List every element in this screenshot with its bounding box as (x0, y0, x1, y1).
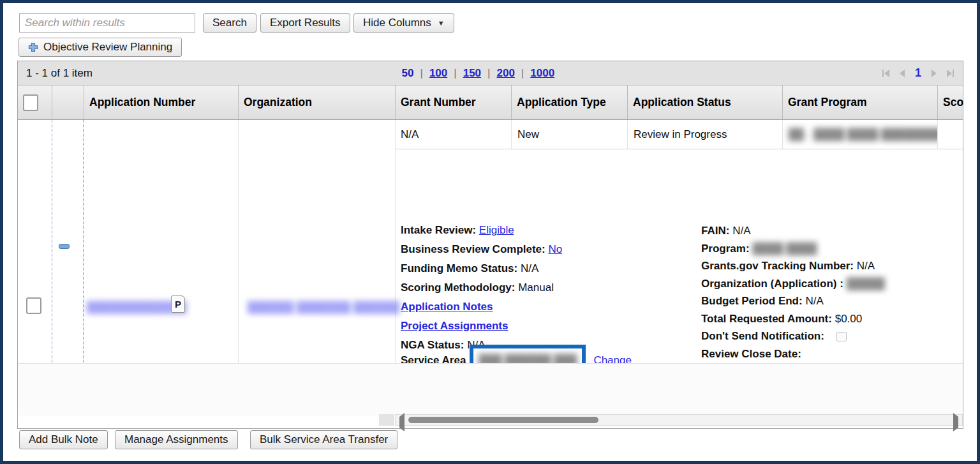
add-bulk-note-button[interactable]: Add Bulk Note (19, 430, 108, 449)
header-application-number: Application Number (84, 86, 238, 119)
dont-send-notification-label: Don't Send Notification: (701, 330, 824, 342)
intake-review-label: Intake Review: (401, 224, 476, 236)
chevron-down-icon: ▼ (438, 19, 445, 27)
bulk-service-area-transfer-button[interactable]: Bulk Service Area Transfer (250, 430, 397, 449)
grants-gov-tracking-label: Grants.gov Tracking Number: (701, 260, 854, 272)
application-status-cell: Review in Progress (627, 120, 782, 149)
hide-columns-button[interactable]: Hide Columns ▼ (353, 13, 454, 33)
page-size-200[interactable]: 200 (496, 67, 514, 80)
fain-label: FAIN: (701, 225, 729, 237)
application-notes-link[interactable]: Application Notes (401, 301, 493, 313)
row-scrollable-cells: N/A New Review in Progress ██ - ████ ███… (395, 120, 964, 149)
total-requested-amount-value: $0.00 (835, 313, 863, 325)
scoring-methodology-label: Scoring Methodology: (401, 281, 515, 294)
table-row: █████████████ P ██████ ███████ ██████ N/… (18, 120, 963, 363)
business-review-value-link[interactable]: No (548, 243, 562, 255)
export-results-label: Export Results (270, 17, 341, 29)
grant-number-cell: N/A (395, 120, 511, 149)
manage-assignments-button[interactable]: Manage Assignments (115, 430, 238, 449)
row-detail-left-pane: Intake Review: Eligible Business Review … (401, 221, 562, 355)
manage-assignments-label: Manage Assignments (124, 433, 228, 446)
intake-review-value-link[interactable]: Eligible (479, 224, 514, 236)
row-detail-right-pane: FAIN: N/A Program: ████ ████ Grants.gov … (701, 222, 885, 363)
review-close-date-label: Review Close Date: (701, 348, 801, 360)
previous-page-icon[interactable] (900, 70, 905, 77)
last-page-icon[interactable] (947, 70, 954, 77)
budget-period-end-label: Budget Period End: (701, 295, 803, 307)
page-size-links: 50 | 100 | 150 | 200 | 1000 (402, 67, 555, 80)
organization-application-label: Organization (Application) : (701, 278, 843, 290)
scrollbar-corner-filler (379, 414, 394, 426)
pager: 1 (882, 66, 954, 80)
results-grid: 1 - 1 of 1 item 50 | 100 | 150 | 200 | 1… (17, 61, 963, 429)
application-type-cell: New (511, 120, 627, 149)
header-select-all-cell (18, 86, 52, 119)
fain-value: N/A (732, 225, 750, 237)
scrollbar-thumb[interactable] (408, 417, 598, 423)
header-organization: Organization (238, 86, 395, 119)
application-document-icon[interactable]: P (171, 296, 185, 313)
search-button-label: Search (212, 17, 247, 29)
dont-send-notification-checkbox[interactable] (836, 332, 847, 341)
program-value-redacted: ████ ████ (752, 243, 817, 255)
grant-program-value-redacted: ██ - ████ ████ ████████ (789, 128, 937, 141)
scroll-left-icon[interactable] (399, 417, 405, 428)
header-grant-program: Grant Program (782, 86, 937, 119)
organization-application-value-redacted: █████ (847, 278, 885, 290)
page-size-1000[interactable]: 1000 (530, 67, 554, 80)
grants-gov-tracking-value: N/A (857, 260, 875, 272)
grant-program-cell: ██ - ████ ████ ████████ (782, 120, 937, 149)
funding-memo-label: Funding Memo Status: (401, 262, 517, 274)
header-application-type: Application Type (511, 86, 627, 119)
row-checkbox[interactable] (26, 297, 41, 314)
budget-period-end-value: N/A (805, 295, 823, 307)
header-application-status: Application Status (627, 86, 782, 119)
select-all-checkbox[interactable] (23, 94, 38, 111)
export-results-button[interactable]: Export Results (260, 13, 350, 33)
collapse-row-icon[interactable] (59, 244, 70, 249)
total-requested-amount-label: Total Requested Amount: (701, 313, 832, 325)
header-grant-number: Grant Number (395, 86, 511, 119)
add-bulk-note-label: Add Bulk Note (29, 433, 98, 446)
page-size-150[interactable]: 150 (463, 67, 481, 80)
search-button[interactable]: Search (203, 13, 256, 33)
plus-icon (28, 42, 38, 52)
current-page-number: 1 (915, 66, 921, 80)
horizontal-scrollbar[interactable] (395, 414, 963, 426)
funding-memo-value: N/A (521, 262, 538, 274)
header-expand-cell (52, 86, 84, 119)
organization-link-redacted[interactable]: ██████ ███████ ██████ (248, 301, 399, 314)
grants-review-page: Search Export Results Hide Columns ▼ Obj… (0, 0, 980, 464)
first-page-icon[interactable] (882, 70, 889, 77)
scoring-methodology-value: Manual (518, 281, 554, 294)
score-cell (937, 120, 964, 149)
grid-empty-area (18, 363, 963, 415)
program-label: Program: (701, 243, 750, 255)
objective-review-planning-button[interactable]: Objective Review Planning (19, 38, 182, 57)
page-size-50[interactable]: 50 (402, 67, 414, 80)
row-expand-cell (52, 120, 84, 363)
search-input[interactable] (19, 13, 195, 33)
bulk-service-area-transfer-label: Bulk Service Area Transfer (260, 433, 388, 446)
page-size-100[interactable]: 100 (429, 67, 447, 80)
business-review-label: Business Review Complete: (401, 243, 546, 255)
scroll-right-icon[interactable] (953, 417, 958, 428)
grid-header-row: Application Number Organization Grant Nu… (18, 86, 963, 120)
next-page-icon[interactable] (932, 70, 937, 77)
hide-columns-label: Hide Columns (363, 17, 431, 29)
header-score: Sco (937, 86, 964, 119)
result-count: 1 - 1 of 1 item (26, 67, 93, 80)
objective-review-planning-label: Objective Review Planning (43, 41, 172, 54)
grid-info-bar: 1 - 1 of 1 item 50 | 100 | 150 | 200 | 1… (18, 61, 963, 86)
project-assignments-link[interactable]: Project Assignments (401, 320, 508, 332)
